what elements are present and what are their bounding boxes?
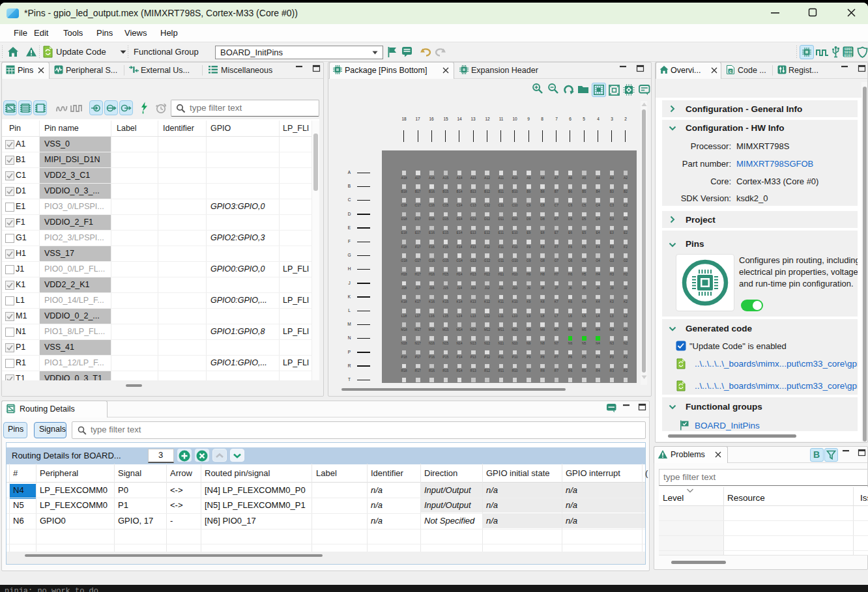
svg-text:0101: 0101 (844, 54, 852, 58)
svg-text:c: c (729, 69, 732, 74)
